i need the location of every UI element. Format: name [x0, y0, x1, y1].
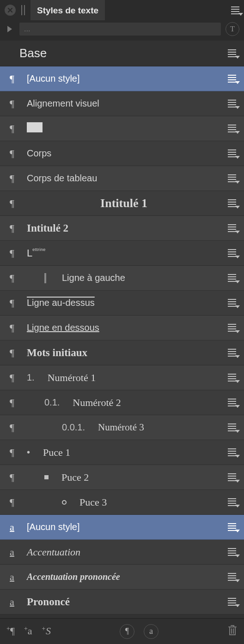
panel-drag-handle[interactable]	[21, 5, 25, 15]
style-row[interactable]: ¶Ligne en dessous	[0, 316, 244, 340]
style-options-button[interactable]	[226, 372, 238, 383]
paragraph-style-icon: ¶	[6, 422, 18, 434]
paragraph-style-icon: ¶	[6, 247, 18, 259]
style-row[interactable]: a[Aucun style]	[0, 515, 244, 540]
style-label: Intitulé 1	[27, 197, 221, 210]
style-row[interactable]: ¶0.0.1.Numéroté 3	[0, 415, 244, 440]
tab-text-styles[interactable]: Styles de texte	[30, 0, 105, 20]
paragraph-style-icon: ¶	[6, 173, 18, 185]
style-row[interactable]: ¶Puce 2	[0, 465, 244, 490]
style-label: Numéroté 2	[73, 397, 221, 409]
character-style-icon: a	[6, 596, 18, 608]
character-style-icon: a	[6, 546, 18, 558]
style-options-button[interactable]	[226, 73, 238, 84]
style-label: Ligne au-dessus	[27, 298, 221, 308]
style-row[interactable]: aAccentuation prononcée	[0, 565, 244, 590]
style-row[interactable]: ¶Intitulé 2	[0, 216, 244, 241]
style-row[interactable]: ¶Corps de tableau	[0, 166, 244, 191]
style-options-button[interactable]	[226, 547, 238, 558]
group-label: Base	[6, 46, 221, 60]
style-row[interactable]: ¶1.Numéroté 1	[0, 365, 244, 390]
style-options-button[interactable]	[226, 223, 238, 234]
style-row[interactable]: ¶0.1.Numéroté 2	[0, 390, 244, 415]
style-options-button[interactable]	[226, 273, 238, 284]
style-label: Puce 3	[79, 496, 221, 508]
add-character-style-button[interactable]: +a	[24, 625, 32, 637]
style-label: Prononcé	[27, 596, 221, 608]
style-label: Numéroté 1	[48, 372, 221, 384]
style-options-button[interactable]	[226, 298, 238, 309]
paragraph-style-icon: ¶	[6, 496, 18, 508]
style-row[interactable]: aPrononcé	[0, 590, 244, 614]
style-options-button[interactable]	[226, 198, 238, 209]
tab-label: Styles de texte	[37, 6, 98, 16]
paragraph-style-icon: ¶	[6, 222, 18, 234]
style-row[interactable]: ¶Puce 3	[0, 490, 244, 515]
style-row[interactable]: ¶•Puce 1	[0, 440, 244, 465]
style-label: Intitulé 2	[27, 222, 221, 234]
paragraph-style-icon: ¶	[6, 397, 18, 409]
style-row[interactable]: ¶[Aucun style]	[0, 66, 244, 91]
style-options-button[interactable]	[226, 123, 238, 134]
style-filter-input[interactable]	[19, 23, 221, 36]
style-label: [Aucun style]	[27, 522, 221, 532]
footer-toolbar: +¶ +a +S ¶ a	[0, 618, 244, 644]
style-options-button[interactable]	[226, 572, 238, 583]
paragraph-style-icon: ¶	[6, 372, 18, 384]
style-options-button[interactable]	[226, 472, 238, 483]
style-row[interactable]: ¶Lettrine	[0, 241, 244, 266]
style-label: Ligne en dessous	[27, 322, 221, 333]
style-label: Puce 2	[61, 471, 221, 483]
paragraph-style-icon: ¶	[6, 347, 18, 359]
style-row[interactable]: ¶	[0, 116, 244, 141]
style-label: Ligne à gauche	[62, 273, 221, 283]
style-options-button[interactable]	[226, 48, 238, 59]
style-row[interactable]: aAccentuation	[0, 540, 244, 565]
paragraph-style-icon: ¶	[6, 123, 18, 135]
panel-menu-button[interactable]	[231, 6, 239, 14]
style-label: Numéroté 3	[98, 422, 221, 433]
style-label: Accentuation	[27, 546, 221, 558]
style-options-button[interactable]	[226, 497, 238, 508]
style-options-button[interactable]	[226, 522, 238, 533]
style-options-button[interactable]	[226, 248, 238, 259]
style-group-header[interactable]: Base	[0, 41, 244, 66]
style-row[interactable]: ¶Corps	[0, 141, 244, 166]
style-options-button[interactable]	[226, 148, 238, 159]
filter-bar: T	[0, 20, 244, 41]
style-label: Alignement visuel	[27, 98, 221, 109]
close-panel-button[interactable]	[5, 5, 16, 16]
style-label: Corps de tableau	[27, 173, 221, 184]
style-options-button[interactable]	[226, 322, 238, 334]
character-style-icon: a	[6, 571, 18, 583]
style-row[interactable]: ¶Alignement visuel	[0, 91, 244, 116]
style-options-button[interactable]	[226, 596, 238, 608]
style-row[interactable]: ¶Intitulé 1	[0, 191, 244, 216]
add-style-group-button[interactable]: +S	[42, 625, 51, 637]
style-row[interactable]: ¶Ligne à gauche	[0, 266, 244, 291]
titlebar: Styles de texte	[0, 0, 244, 20]
style-list: Base¶[Aucun style]¶Alignement visuel¶¶Co…	[0, 41, 244, 614]
style-row[interactable]: ¶Mots initiaux	[0, 340, 244, 365]
apply-character-style-button[interactable]: a	[144, 624, 159, 639]
paragraph-style-icon: ¶	[6, 98, 18, 110]
style-options-button[interactable]	[226, 447, 238, 458]
style-label: Corps	[27, 148, 221, 159]
style-options-button[interactable]	[226, 422, 238, 433]
style-options-button[interactable]	[226, 98, 238, 109]
paragraph-style-icon: ¶	[6, 272, 18, 284]
style-row[interactable]: ¶Ligne au-dessus	[0, 291, 244, 316]
expand-toggle-button[interactable]	[5, 24, 15, 34]
style-options-button[interactable]	[226, 397, 238, 408]
apply-paragraph-style-button[interactable]: ¶	[120, 624, 134, 639]
style-color-swatch	[27, 122, 43, 132]
paragraph-style-icon: ¶	[6, 148, 18, 160]
delete-style-button[interactable]	[227, 624, 238, 639]
paragraph-style-icon: ¶	[6, 197, 18, 209]
style-options-button[interactable]	[226, 347, 238, 358]
paragraph-style-icon: ¶	[6, 297, 18, 309]
style-options-button[interactable]	[226, 173, 238, 184]
add-paragraph-style-button[interactable]: +¶	[6, 625, 15, 637]
style-label: Lettrine	[27, 247, 221, 259]
style-type-toggle[interactable]: T	[226, 22, 239, 36]
